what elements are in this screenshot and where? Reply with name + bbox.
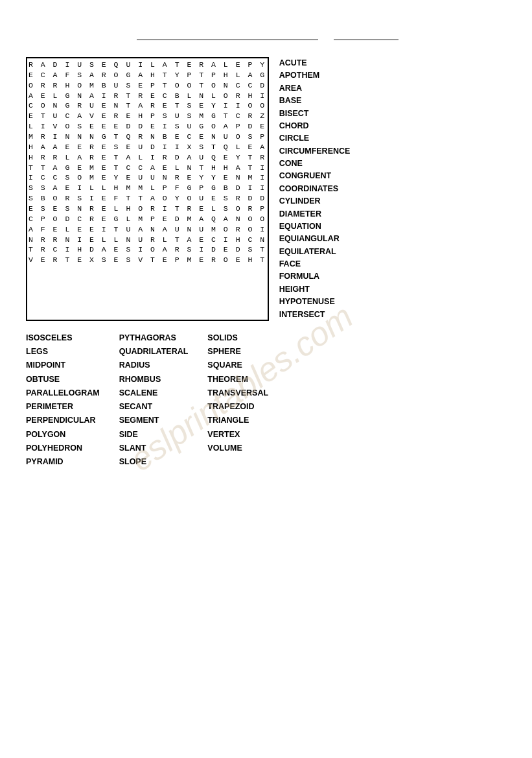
- word-item: SPHERE: [207, 345, 268, 359]
- word-item: CONE: [279, 158, 375, 170]
- word-search-grid: R A D I U S E Q U I L A T E R A L E P YE…: [29, 60, 266, 265]
- word-col-2: PYTHAGORASQUADRILATERALRADIUSRHOMBUSSCAL…: [119, 331, 189, 469]
- word-item: HYPOTENUSE: [279, 296, 375, 308]
- word-col-1: ISOSCELESLEGSMIDPOINTOBTUSEPARALLELOGRAM…: [26, 331, 100, 469]
- word-item: PARALLELOGRAM: [26, 386, 100, 400]
- word-item: SCALENE: [119, 386, 189, 400]
- grid-row: L I V O S E E E D D E I S U G O A P D E: [29, 121, 266, 132]
- word-item: CIRCLE: [279, 132, 375, 145]
- grid-row: S S A E I L L H M M L P F G P G B D I I: [29, 183, 266, 193]
- grid-row: A F E L E E I T U A N A U N U M O R O I: [29, 224, 266, 235]
- word-list-right: ACUTEAPOTHEMAREABASEBISECTCHORDCIRCLECIR…: [274, 57, 375, 321]
- word-item: APOTHEM: [279, 69, 375, 82]
- grid-row: V E R T E X S E S V T E P M E R O E H T: [29, 255, 266, 265]
- word-item: EQUILATERAL: [279, 246, 375, 258]
- word-item: BASE: [279, 95, 375, 107]
- grid-row: A E L G N A I R T R E C B L N L O R H I: [29, 91, 266, 101]
- word-item: TRIANGLE: [207, 414, 268, 427]
- word-item: POLYGON: [26, 428, 100, 442]
- grid-row: T R C I H D A E S I O A R S I D E D S T: [29, 244, 266, 255]
- name-class-line: [26, 32, 506, 43]
- word-item: COORDINATES: [279, 183, 375, 195]
- main-content-area: R A D I U S E Q U I L A T E R A L E P YE…: [26, 57, 506, 321]
- word-item: LEGS: [26, 345, 100, 359]
- word-item: CONGRUENT: [279, 170, 375, 182]
- word-item: INTERSECT: [279, 309, 375, 321]
- grid-row: S B O R S I E F T T A O Y O U E S R D D: [29, 193, 266, 204]
- grid-row: O R R H O M B U S E P T O O T O N C C D: [29, 80, 266, 91]
- word-item: MIDPOINT: [26, 359, 100, 372]
- word-item: PERIMETER: [26, 400, 100, 414]
- grid-row: E S E S N R E L H O R I T R E L S O R P: [29, 204, 266, 214]
- word-item: PYTHAGORAS: [119, 331, 189, 345]
- word-item: PERPENDICULAR: [26, 414, 100, 427]
- word-list-bottom: ISOSCELESLEGSMIDPOINTOBTUSEPARALLELOGRAM…: [26, 331, 506, 469]
- grid-row: E T U C A V E R E H P S U S M G T C R Z: [29, 111, 266, 121]
- word-item: SEGMENT: [119, 414, 189, 427]
- grid-row: C O N G R U E N T A R E T S E Y I I O O: [29, 101, 266, 111]
- word-search-container: R A D I U S E Q U I L A T E R A L E P YE…: [26, 57, 269, 321]
- word-item: FORMULA: [279, 270, 375, 283]
- word-item: SQUARE: [207, 359, 268, 372]
- word-item: VERTEX: [207, 428, 268, 442]
- word-item: RHOMBUS: [119, 373, 189, 386]
- word-item: SLOPE: [119, 455, 189, 469]
- word-item: VOLUME: [207, 442, 268, 455]
- word-item: QUADRILATERAL: [119, 345, 189, 359]
- word-item: RADIUS: [119, 359, 189, 372]
- word-item: EQUATION: [279, 220, 375, 233]
- word-item: FACE: [279, 258, 375, 270]
- word-item: AREA: [279, 82, 375, 95]
- word-col-3: SOLIDSSPHERESQUARETHEOREMTRANSVERSALTRAP…: [207, 331, 268, 469]
- word-item: SIDE: [119, 428, 189, 442]
- grid-row: H R R L A R E T A L I R D A U Q E Y T R: [29, 152, 266, 163]
- word-item: OBTUSE: [26, 373, 100, 386]
- grid-row: I C C S O M E Y E U U N R E Y Y E N M I: [29, 172, 266, 183]
- name-label: [134, 32, 318, 43]
- word-item: CIRCUMFERENCE: [279, 145, 375, 158]
- word-item: SLANT: [119, 442, 189, 455]
- word-item: CHORD: [279, 120, 375, 132]
- grid-row: N R R N I E L L N U R L T A E C I H C N: [29, 235, 266, 245]
- grid-row: C P O D C R E G L M P E D M A Q A N O O: [29, 214, 266, 224]
- word-item: BISECT: [279, 108, 375, 120]
- word-item: TRANSVERSAL: [207, 386, 268, 400]
- word-item: ACUTE: [279, 57, 375, 69]
- grid-row: T T A G E M E T C C A E L N T H H A T I: [29, 163, 266, 173]
- grid-row: R A D I U S E Q U I L A T E R A L E P Y: [29, 60, 266, 70]
- word-item: TRAPEZOID: [207, 400, 268, 414]
- word-item: POLYHEDRON: [26, 442, 100, 455]
- grid-row: M R I N N N G T Q R N B E C E N U O S P: [29, 132, 266, 142]
- word-item: ISOSCELES: [26, 331, 100, 345]
- word-item: SOLIDS: [207, 331, 268, 345]
- word-item: DIAMETER: [279, 208, 375, 220]
- word-item: CYLINDER: [279, 195, 375, 207]
- word-item: EQUIANGULAR: [279, 233, 375, 245]
- class-label: [331, 32, 399, 43]
- word-item: HEIGHT: [279, 283, 375, 296]
- word-item: PYRAMID: [26, 455, 100, 469]
- word-item: SECANT: [119, 400, 189, 414]
- word-item: THEOREM: [207, 373, 268, 386]
- grid-row: E C A F S A R O G A H T Y P T P H L A G: [29, 70, 266, 80]
- grid-row: H A A E E R E S E U D I I X S T Q L E A: [29, 142, 266, 152]
